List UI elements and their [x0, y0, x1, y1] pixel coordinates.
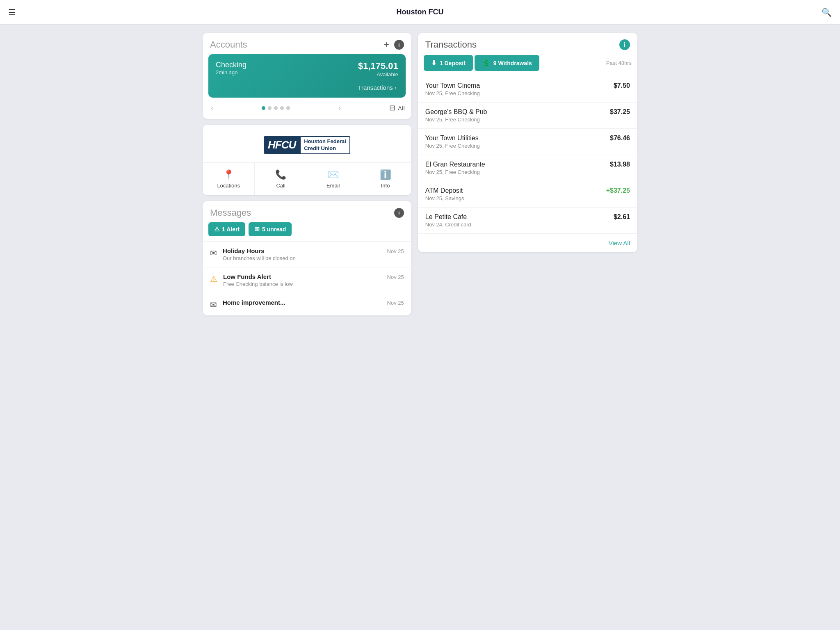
message-body: Holiday Hours Nov 25 Our branches will b…: [223, 247, 404, 261]
messages-tabs: ⚠ 1 Alert ✉ 5 unread: [203, 222, 411, 241]
alert-triangle-icon: ⚠: [214, 226, 219, 233]
transaction-details: George's BBQ & Pub Nov 25, Free Checking: [425, 108, 487, 123]
transaction-amount: $7.50: [614, 82, 630, 89]
message-top-row: Home improvement... Nov 25: [223, 299, 404, 306]
message-body: Low Funds Alert Nov 25 Free Checking bal…: [223, 273, 404, 287]
message-preview: Our branches will be closed on: [223, 255, 404, 261]
next-account-button[interactable]: ›: [337, 104, 342, 112]
transactions-link-text: Transactions: [358, 84, 393, 91]
transaction-details: ATM Deposit Nov 25, Savings: [425, 187, 464, 201]
hfcu-actions: 📍 Locations 📞 Call ✉️ Email ℹ️ Info: [203, 162, 411, 195]
locations-button[interactable]: 📍 Locations: [203, 163, 255, 195]
checking-available-label: Available: [358, 71, 398, 78]
transaction-item[interactable]: George's BBQ & Pub Nov 25, Free Checking…: [418, 102, 637, 128]
transaction-merchant: Your Town Utilities: [425, 135, 480, 142]
deposit-filter-button[interactable]: ⬇ 1 Deposit: [424, 55, 473, 71]
hfcu-logo-area: HFCU Houston Federal Credit Union: [203, 125, 411, 162]
call-button[interactable]: 📞 Call: [255, 163, 307, 195]
filter-time-range: Past 48hrs: [606, 60, 632, 66]
transactions-info-icon[interactable]: i: [619, 39, 630, 50]
alert-warning-icon: ⚠: [210, 274, 217, 284]
view-all-transactions-button[interactable]: View All: [609, 240, 630, 247]
messages-title: Messages: [210, 208, 251, 218]
locations-label: Locations: [217, 183, 240, 189]
transaction-merchant: ATM Deposit: [425, 187, 464, 194]
checking-amount: $1,175.01: [358, 61, 398, 71]
all-accounts-icon: ⊟: [389, 103, 395, 112]
message-date: Nov 25: [387, 248, 404, 254]
accounts-header: Accounts + i: [203, 33, 411, 54]
deposit-icon: ⬇: [431, 59, 436, 67]
message-date: Nov 25: [387, 300, 404, 306]
unread-mail-icon: ✉: [254, 226, 260, 233]
transaction-sub: Nov 25, Free Checking: [425, 143, 480, 149]
checking-transactions-link[interactable]: Transactions ›: [216, 84, 398, 91]
transaction-sub: Nov 25, Free Checking: [425, 90, 480, 96]
hfcu-full-name: Houston Federal Credit Union: [300, 136, 350, 154]
accounts-card: Accounts + i Checking 2min ago $1,175.01…: [203, 33, 411, 119]
email-icon: ✉️: [328, 169, 339, 180]
accounts-title: Accounts: [210, 39, 247, 50]
email-button[interactable]: ✉️ Email: [307, 163, 359, 195]
message-item[interactable]: ✉ Holiday Hours Nov 25 Our branches will…: [203, 241, 411, 267]
checking-top: Checking 2min ago $1,175.01 Available: [216, 61, 398, 78]
accounts-info-icon[interactable]: i: [394, 40, 404, 50]
unread-tab[interactable]: ✉ 5 unread: [249, 222, 292, 236]
app-header: ☰ Houston FCU 🔍: [0, 0, 840, 25]
info-button[interactable]: ℹ️ Info: [359, 163, 411, 195]
transactions-card: Transactions i ⬇ 1 Deposit 💲 9 Withdrawa…: [418, 33, 637, 252]
checking-card: Checking 2min ago $1,175.01 Available Tr…: [208, 54, 406, 98]
right-column: Transactions i ⬇ 1 Deposit 💲 9 Withdrawa…: [418, 33, 637, 315]
withdrawal-filter-button[interactable]: 💲 9 Withdrawals: [475, 55, 539, 71]
transaction-amount: $2.61: [614, 213, 630, 221]
view-all-accounts[interactable]: ⊟ All: [389, 103, 405, 112]
transaction-item[interactable]: Le Petite Cafe Nov 24, Credit card $2.61: [418, 207, 637, 233]
message-subject: Home improvement...: [223, 299, 285, 306]
search-button[interactable]: 🔍: [822, 7, 832, 17]
transaction-sub: Nov 25, Free Checking: [425, 116, 487, 123]
hfcu-acronym: HFCU: [264, 136, 300, 154]
transaction-merchant: Le Petite Cafe: [425, 213, 471, 221]
message-item[interactable]: ⚠ Low Funds Alert Nov 25 Free Checking b…: [203, 267, 411, 293]
transaction-merchant: George's BBQ & Pub: [425, 108, 487, 116]
transactions-filters: ⬇ 1 Deposit 💲 9 Withdrawals Past 48hrs: [418, 55, 637, 76]
checking-name: Checking: [216, 61, 247, 69]
hfcu-card: HFCU Houston Federal Credit Union 📍 Loca…: [203, 125, 411, 195]
pagination-dot-1: [262, 106, 265, 110]
transaction-item[interactable]: ATM Deposit Nov 25, Savings +$37.25: [418, 181, 637, 207]
view-all-row: View All: [418, 233, 637, 252]
transaction-details: Your Town Utilities Nov 25, Free Checkin…: [425, 135, 480, 149]
transaction-details: El Gran Restaurante Nov 25, Free Checkin…: [425, 161, 485, 175]
pagination-dot-5: [286, 106, 290, 110]
transactions-header: Transactions i: [418, 33, 637, 55]
messages-header: Messages i: [203, 201, 411, 222]
location-pin-icon: 📍: [223, 169, 234, 180]
alert-tab[interactable]: ⚠ 1 Alert: [208, 222, 245, 236]
message-body: Home improvement... Nov 25: [223, 299, 404, 306]
message-email-icon: ✉: [210, 300, 217, 310]
transaction-amount: $13.98: [610, 161, 630, 168]
messages-card: Messages i ⚠ 1 Alert ✉ 5 unread ✉ Holida: [203, 201, 411, 315]
messages-info-icon[interactable]: i: [394, 208, 404, 218]
prev-account-button[interactable]: ‹: [209, 104, 215, 112]
main-content: Accounts + i Checking 2min ago $1,175.01…: [194, 25, 646, 324]
hfcu-name-line2: Credit Union: [304, 145, 336, 151]
menu-button[interactable]: ☰: [8, 7, 16, 17]
pagination-dots: [262, 106, 290, 110]
transaction-sub: Nov 25, Savings: [425, 195, 464, 201]
transaction-item[interactable]: Your Town Cinema Nov 25, Free Checking $…: [418, 76, 637, 102]
account-pagination: ‹ › ⊟ All: [203, 98, 411, 119]
message-item[interactable]: ✉ Home improvement... Nov 25: [203, 293, 411, 315]
transaction-merchant: El Gran Restaurante: [425, 161, 485, 168]
transaction-item[interactable]: Your Town Utilities Nov 25, Free Checkin…: [418, 128, 637, 155]
transaction-details: Le Petite Cafe Nov 24, Credit card: [425, 213, 471, 228]
alert-tab-label: 1 Alert: [222, 226, 240, 233]
deposit-filter-label: 1 Deposit: [440, 60, 466, 66]
message-subject: Holiday Hours: [223, 247, 265, 254]
transaction-item[interactable]: El Gran Restaurante Nov 25, Free Checkin…: [418, 155, 637, 181]
pagination-dot-3: [274, 106, 278, 110]
transaction-sub: Nov 24, Credit card: [425, 221, 471, 228]
message-top-row: Holiday Hours Nov 25: [223, 247, 404, 254]
add-account-button[interactable]: +: [384, 39, 389, 50]
message-email-icon: ✉: [210, 248, 217, 258]
